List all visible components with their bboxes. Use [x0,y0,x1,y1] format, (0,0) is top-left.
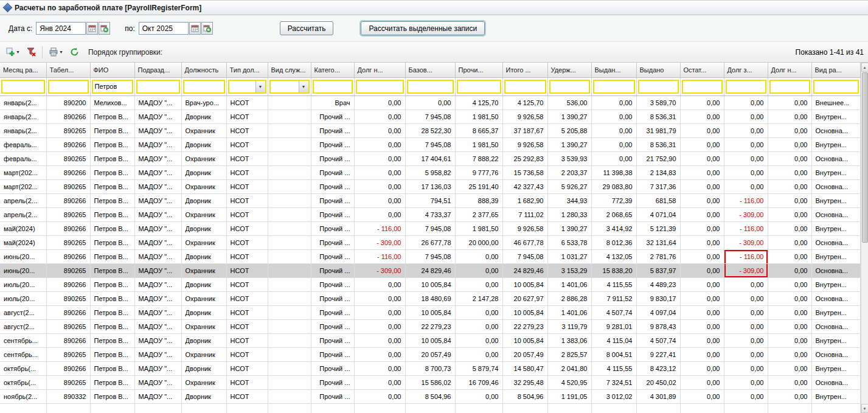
table-row[interactable]: август(2...890266Петров В...МАДОУ "...Дв… [0,305,860,319]
filter-input-6[interactable] [271,81,299,92]
column-header-8[interactable]: Долг н... [354,63,405,77]
filter-input-10[interactable] [458,81,500,92]
table-row[interactable]: февраль...890266Петров В...МАДОУ "...Дво… [0,137,860,151]
column-header-3[interactable]: Подразд... [134,63,181,77]
scrollbar-track[interactable] [861,243,868,404]
column-header-15[interactable]: Остат... [680,63,724,77]
table-row-partial[interactable] [0,403,860,413]
column-header-16[interactable]: Долг з... [724,63,768,77]
filter-input-0[interactable] [2,81,44,92]
column-header-10[interactable]: Прочи... [455,63,502,77]
filter-input-7[interactable] [314,81,352,92]
scroll-down-arrow[interactable]: ▼ [861,404,868,413]
cell: 2 068,65 [591,207,636,221]
column-header-4[interactable]: Должность [181,63,226,77]
column-header-6[interactable]: Вид служ... [268,63,311,77]
cell: 3 119,79 [547,319,591,333]
cell: Внутрен... [811,137,860,151]
filter-input-12[interactable] [550,81,589,92]
cell: 0,00 [768,277,811,291]
cell: НСОТ [226,235,268,249]
table-row[interactable]: апрель(2...890265Петров В...МАДОУ "...Ох… [0,207,860,221]
table-row[interactable]: ноябрь(2...890332Петров В...МАДОУ "...Дв… [0,389,860,403]
column-header-9[interactable]: Базов... [405,63,455,77]
table-row[interactable]: февраль...890265Петров В...МАДОУ "...Охр… [0,151,860,165]
cell [268,179,311,193]
cell [134,403,181,413]
cell: Охранник [181,375,226,389]
table-row[interactable]: март(202...890265Петров В...МАДОУ "...Ох… [0,179,860,193]
column-header-11[interactable]: Итого ... [502,63,547,77]
filter-input-13[interactable] [594,81,634,92]
filter-input-9[interactable] [408,81,453,92]
column-header-5[interactable]: Тип дол... [226,63,268,77]
table-row[interactable]: январь(2...890266Петров В...МАДОУ "...Дв… [0,109,860,123]
table-row[interactable]: июнь(20...890265Петров В...МАДОУ "...Охр… [0,263,860,277]
column-header-1[interactable]: Табел... [46,63,90,77]
filter-input-5[interactable] [229,81,255,92]
cell: 0,00 [680,137,724,151]
column-header-12[interactable]: Удерж... [547,63,591,77]
table-row[interactable]: октябрь(...890266Петров В...МАДОУ "...Дв… [0,361,860,375]
refresh-button[interactable] [68,45,82,60]
scrollbar-thumb[interactable] [862,72,868,243]
cell: 5 205,88 [547,123,591,137]
filter-dropdown-button-6[interactable]: ▼ [299,81,308,92]
table-row[interactable]: май(2024)890265Петров В...МАДОУ "...Охра… [0,235,860,249]
filter-input-4[interactable] [184,81,224,92]
table-row[interactable]: сентябрь...890266Петров В...МАДОУ "...Дв… [0,333,860,347]
table-row[interactable]: октябрь(...890265Петров В...МАДОУ "...Ох… [0,375,860,389]
cell: НСОТ [226,207,268,221]
column-header-0[interactable]: Месяц ра... [0,63,46,77]
column-header-14[interactable]: Выдано [636,63,680,77]
filter-input-2[interactable] [93,81,132,92]
filter-input-14[interactable] [639,81,678,92]
table-row[interactable]: март(202...890266Петров В...МАДОУ "...Дв… [0,165,860,179]
table-row[interactable]: июнь(20...890266Петров В...МАДОУ "...Дво… [0,249,860,263]
filter-input-1[interactable] [49,81,88,92]
filter-input-11[interactable] [505,81,545,92]
filter-input-18[interactable] [814,81,858,92]
filter-dropdown-button-5[interactable]: ▼ [255,81,265,92]
column-header-13[interactable]: Выдан... [591,63,636,77]
cell [268,221,311,235]
filter-input-17[interactable] [771,81,809,92]
table-row[interactable]: август(2...890265Петров В...МАДОУ "...Ох… [0,319,860,333]
column-header-7[interactable]: Катего... [311,63,354,77]
scroll-up-arrow[interactable]: ▲ [861,63,868,72]
table-row[interactable]: апрель(2...890266Петров В...МАДОУ "...Дв… [0,193,860,207]
cell: Врач [311,95,354,109]
table-row[interactable]: июль(20...890266Петров В...МАДОУ "...Дво… [0,277,860,291]
table-row[interactable]: январь(2...890200Мелихов...МАДОУ "...Вра… [0,95,860,109]
table-row[interactable]: май(2024)890266Петров В...МАДОУ "...Двор… [0,221,860,235]
column-header-17[interactable]: Долг н... [768,63,811,77]
date-from-calendar-button[interactable] [86,22,98,35]
cell: Внутрен... [811,221,860,235]
filter-input-8[interactable] [357,81,403,92]
date-from-picker-button[interactable] [99,22,110,35]
calculate-button[interactable]: Рассчитать [280,21,334,35]
column-header-18[interactable]: Вид ра... [811,63,860,77]
table-row[interactable]: сентябрь...890265Петров В...МАДОУ "...Ох… [0,347,860,361]
filter-input-3[interactable] [137,81,179,92]
filter-input-15[interactable] [683,81,721,92]
clear-filter-button[interactable] [24,45,38,60]
print-button[interactable]: ▼ [46,45,66,60]
table-row[interactable]: январь(2...890265Петров В...МАДОУ "...Ох… [0,123,860,137]
column-header-2[interactable]: ФИО [90,63,134,77]
date-to-input[interactable] [139,22,189,35]
table-row[interactable]: июль(20...890265Петров В...МАДОУ "...Охр… [0,291,860,305]
add-button[interactable]: ▼ [4,45,23,60]
filter-box [1,80,45,94]
cell: 890265 [46,375,90,389]
cell: 0,00 [354,361,405,375]
calculate-selected-button[interactable]: Рассчитать выделенные записи [361,21,485,35]
cell [268,263,311,277]
date-to-picker-button[interactable] [201,22,213,35]
filter-input-16[interactable] [727,81,765,92]
cell: МАДОУ "... [134,305,181,319]
filter-box [726,80,766,94]
vertical-scrollbar[interactable]: ▲ ▼ [861,63,868,413]
date-to-calendar-button[interactable] [189,22,201,35]
date-from-input[interactable] [36,22,86,35]
